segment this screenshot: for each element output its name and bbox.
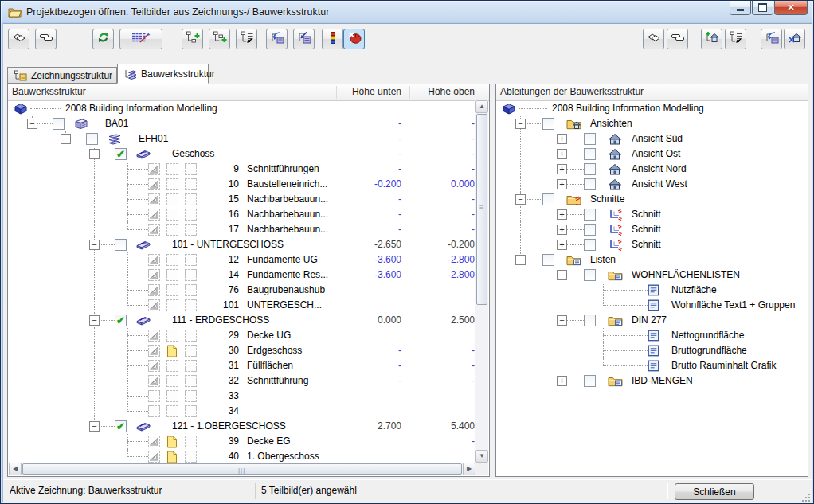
tree-checkbox[interactable]: [584, 148, 596, 160]
empty-slot[interactable]: [185, 330, 197, 342]
cascade-windows-button[interactable]: [8, 29, 29, 49]
collapse-expander[interactable]: −: [89, 421, 100, 432]
maximize-button[interactable]: [752, 1, 773, 15]
tree-checkbox[interactable]: [584, 239, 596, 251]
tree-checkbox[interactable]: ✔: [115, 420, 127, 432]
collapse-expander[interactable]: −: [27, 119, 37, 129]
collapse-expander[interactable]: −: [61, 134, 71, 144]
tree-checkbox[interactable]: [542, 254, 554, 266]
empty-slot[interactable]: [185, 436, 197, 447]
tree-checkbox[interactable]: [542, 193, 554, 205]
tree-row[interactable]: 76Baugrubenaushub: [8, 283, 475, 298]
tree-row[interactable]: −✔Geschoss--: [8, 147, 475, 162]
tree-row[interactable]: −DIN 277: [496, 313, 808, 328]
refresh-button[interactable]: [92, 29, 114, 49]
setsquare-slot[interactable]: [148, 193, 160, 205]
expand-expander[interactable]: +: [557, 225, 567, 235]
tree-checkbox[interactable]: [53, 118, 65, 130]
expand-expander[interactable]: +: [557, 134, 567, 144]
tab-bauwerksstruktur[interactable]: Bauwerksstruktur: [117, 64, 209, 84]
setsquare-slot[interactable]: [148, 436, 160, 447]
import-derivation-button[interactable]: [761, 29, 782, 49]
empty-slot[interactable]: [148, 390, 160, 402]
tree-root-row[interactable]: 2008 Building Information Modelling: [8, 101, 475, 116]
setsquare-slot[interactable]: [148, 269, 160, 281]
tree-row[interactable]: Wohnfläche Text1 + Gruppen: [496, 298, 808, 313]
tree-checkbox[interactable]: [584, 209, 596, 221]
import-structure-button[interactable]: [266, 29, 288, 49]
tree-row[interactable]: +Ansicht Ost: [496, 147, 808, 162]
scroll-left-button[interactable]: ◀: [9, 463, 22, 475]
setsquare-slot[interactable]: [148, 224, 160, 236]
empty-slot[interactable]: [185, 360, 197, 372]
empty-slot[interactable]: [185, 390, 197, 402]
empty-slot[interactable]: [166, 178, 178, 190]
tree-row[interactable]: Bruttogrundfläche: [496, 343, 808, 358]
scroll-right-button[interactable]: ▶: [463, 463, 475, 475]
tree-row[interactable]: Nutzfläche: [496, 283, 808, 298]
empty-slot[interactable]: [185, 269, 197, 281]
expand-expander[interactable]: +: [557, 164, 567, 174]
setsquare-slot[interactable]: [148, 330, 160, 342]
setsquare-slot[interactable]: [148, 360, 160, 372]
tree-row[interactable]: 401. Obergeschoss: [8, 449, 475, 463]
tree-row[interactable]: 29Decke UG: [8, 328, 475, 343]
tree-root-row[interactable]: 2008 Building Information Modelling: [496, 101, 808, 116]
tab-zeichnungsstruktur[interactable]: Zeichnungsstruktur: [7, 67, 117, 84]
tree-row[interactable]: +IBD-MENGEN: [496, 373, 808, 389]
derivation-list-button[interactable]: [725, 29, 746, 49]
setsquare-slot[interactable]: [148, 178, 160, 190]
expand-expander[interactable]: +: [557, 149, 567, 159]
tree-row[interactable]: −✔121 - 1.OBERGESCHOSS2.7005.400: [8, 419, 475, 434]
tree-checkbox[interactable]: [542, 118, 554, 130]
empty-slot[interactable]: [166, 299, 178, 311]
scroll-up-button[interactable]: ▲: [475, 100, 488, 113]
tree-row[interactable]: −Listen: [496, 252, 808, 268]
tree-row[interactable]: −WOHNFLÄCHENLISTEN: [496, 268, 808, 283]
setsquare-slot[interactable]: [148, 254, 160, 266]
add-structure-node-button[interactable]: [182, 29, 203, 49]
tree-row[interactable]: +Ansicht West: [496, 177, 808, 192]
horizontal-scrollbar[interactable]: ◀ ||| ▶: [9, 463, 475, 475]
empty-slot[interactable]: [166, 209, 178, 221]
teilbild-list-button[interactable]: [236, 29, 257, 49]
add-derivation-node-button[interactable]: [701, 29, 722, 49]
resize-grip[interactable]: [801, 493, 811, 502]
tree-checkbox[interactable]: [584, 163, 596, 175]
empty-slot[interactable]: [166, 405, 178, 417]
tree-row[interactable]: −Schnitte: [496, 192, 808, 207]
tree-checkbox[interactable]: [584, 269, 596, 281]
tree-checkbox[interactable]: [584, 375, 596, 387]
tree-checkbox[interactable]: [584, 224, 596, 236]
setsquare-slot[interactable]: [148, 284, 160, 296]
tree-row[interactable]: 34: [8, 404, 475, 419]
tree-row[interactable]: 14Fundamente Res...-3.600-2.800: [8, 268, 475, 283]
tree-checkbox[interactable]: [584, 133, 596, 145]
empty-slot[interactable]: [185, 209, 197, 221]
tree-row[interactable]: +Ansicht Nord: [496, 162, 808, 177]
cascade-derivation-button[interactable]: [643, 29, 664, 49]
tree-row[interactable]: 32Schnittführung--: [8, 373, 475, 389]
expand-expander[interactable]: +: [557, 179, 567, 189]
empty-slot[interactable]: [185, 299, 197, 311]
empty-slot[interactable]: [166, 269, 178, 281]
tree-row[interactable]: 12Fundamente UG-3.600-2.800: [8, 252, 475, 268]
minimize-button[interactable]: [730, 1, 751, 15]
titlebar[interactable]: Projektbezogen öffnen: Teilbilder aus Ze…: [1, 1, 813, 23]
tree-checkbox[interactable]: ✔: [115, 315, 127, 326]
tree-row[interactable]: 10Baustelleneinrich...-0.2000.000: [8, 177, 475, 192]
tree-row[interactable]: 31Füllflächen--: [8, 358, 475, 373]
expand-expander[interactable]: +: [557, 240, 567, 250]
tile-derivation-button[interactable]: [667, 29, 688, 49]
tree-row[interactable]: +Schnitt: [496, 207, 808, 222]
collapse-expander[interactable]: −: [557, 315, 567, 326]
empty-slot[interactable]: [166, 330, 178, 342]
empty-slot[interactable]: [166, 163, 178, 175]
teilbild-doc-icon[interactable]: [166, 436, 178, 447]
collapse-expander[interactable]: −: [515, 194, 526, 205]
empty-slot[interactable]: [166, 284, 178, 296]
empty-slot[interactable]: [185, 178, 197, 190]
export-structure-button[interactable]: [293, 29, 315, 49]
add-structure-subnode-button[interactable]: [209, 29, 230, 49]
collapse-expander[interactable]: −: [515, 255, 526, 265]
